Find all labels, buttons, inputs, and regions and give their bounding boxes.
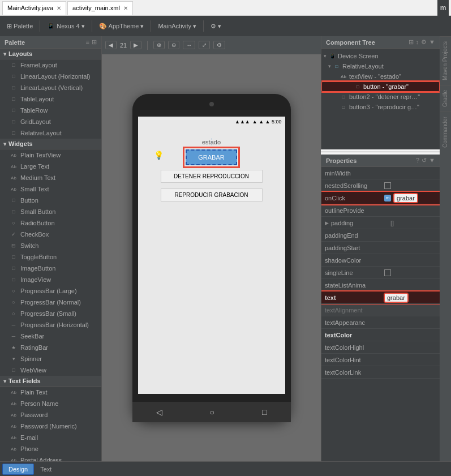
props-undo-icon[interactable]: ↺ — [422, 157, 427, 164]
prop-text[interactable]: text grabar — [321, 291, 440, 304]
api-fwd-btn[interactable]: ▶ — [130, 41, 141, 49]
palette-item-imagebutton[interactable]: □ImageButton — [0, 263, 101, 274]
palette-item-gridlayout[interactable]: □GridLayout — [0, 116, 101, 127]
tree-filter-icon[interactable]: ▼ — [429, 38, 435, 46]
recents-nav-icon[interactable]: □ — [262, 408, 267, 417]
prop-outlineprovide[interactable]: outlineProvide — [321, 204, 440, 217]
grabar-button[interactable]: GRABAR — [186, 149, 237, 165]
palette-item-email[interactable]: AbE-mail — [0, 432, 101, 443]
palette-item-large-text[interactable]: AbLarge Text — [0, 161, 101, 172]
app-theme-btn[interactable]: 🎨 AppTheme ▾ — [96, 22, 148, 31]
palette-item-tablerow[interactable]: □TableRow — [0, 105, 101, 116]
onclick-value-text[interactable]: grabar — [394, 194, 418, 203]
prop-singleline[interactable]: singleLine — [321, 267, 440, 279]
prop-statelistanima[interactable]: stateListAnima — [321, 279, 440, 291]
tab-main-activity[interactable]: MainActivity.java ✕ — [2, 1, 66, 15]
detener-button[interactable]: DETENER REPRODUCCION — [161, 170, 263, 183]
zoom-in-btn[interactable]: ⊕ — [153, 41, 165, 49]
design-canvas[interactable]: ▲▲▲ ▲ ▲ ▲ 5:00 estado 💡 GRABAR — [102, 54, 321, 461]
tree-settings-icon[interactable]: ⚙ — [421, 38, 427, 46]
fullscreen-btn[interactable]: ⤢ — [199, 41, 210, 49]
palette-item-plain-text[interactable]: AbPlain Text — [0, 387, 101, 398]
main-activity-btn[interactable]: MainActivity ▾ — [154, 22, 200, 31]
prop-textcolorlink[interactable]: textColorLink — [321, 366, 440, 379]
palette-item-progressbar-normal[interactable]: ○ProgressBar (Normal) — [0, 297, 101, 308]
tree-expand-icon[interactable]: ⊞ — [409, 38, 414, 46]
prop-textcolorhighl[interactable]: textColorHighl — [321, 341, 440, 354]
text-value-display[interactable]: grabar — [384, 293, 408, 302]
palette-item-progressbar-h[interactable]: ─ProgressBar (Horizontal) — [0, 319, 101, 331]
palette-item-checkbox[interactable]: ✓CheckBox — [0, 229, 101, 240]
palette-list-icon[interactable]: ≡ — [86, 38, 89, 46]
prop-text-value[interactable]: grabar — [384, 293, 436, 302]
palette-item-postal-address[interactable]: AbPostal Address — [0, 454, 101, 461]
prop-nestedscrolling-value[interactable] — [384, 182, 436, 189]
zoom-out-btn[interactable]: ⊖ — [168, 41, 179, 49]
prop-minwidth[interactable]: minWidth — [321, 167, 440, 179]
palette-item-linearlayout-h[interactable]: □LinearLayout (Horizontal) — [0, 71, 101, 82]
settings-btn[interactable]: ⚙ ▾ — [207, 22, 225, 31]
tree-button-grabar[interactable]: ▾ □ button - "grabar" — [321, 82, 440, 92]
tree-button2[interactable]: ▾ □ button2 - "detener repr…" — [321, 92, 440, 102]
right-tab-commander[interactable]: Commander — [440, 112, 451, 152]
prop-textcolorhint[interactable]: textColorHint — [321, 354, 440, 366]
group-text-fields-header[interactable]: Text Fields — [0, 376, 101, 387]
props-help-icon[interactable]: ? — [416, 157, 419, 164]
palette-item-spinner[interactable]: ▾Spinner — [0, 353, 101, 364]
prop-paddingend[interactable]: paddingEnd — [321, 229, 440, 242]
palette-item-switch[interactable]: ⊟Switch — [0, 240, 101, 251]
prop-padding-value[interactable]: [] — [390, 220, 436, 226]
palette-item-medium-text[interactable]: AbMedium Text — [0, 172, 101, 183]
tab-main-activity-close[interactable]: ✕ — [57, 5, 61, 11]
props-filter-icon[interactable]: ▼ — [429, 157, 435, 164]
prop-shadowcolor[interactable]: shadowColor — [321, 254, 440, 267]
palette-item-imageview[interactable]: □ImageView — [0, 274, 101, 285]
back-nav-icon[interactable]: ◁ — [156, 408, 162, 417]
palette-item-tablelayout[interactable]: □TableLayout — [0, 93, 101, 105]
tree-relativelayout[interactable]: ▾ □ RelativeLayout — [321, 61, 440, 71]
palette-item-radiobutton[interactable]: ○RadioButton — [0, 217, 101, 229]
right-tab-gradle[interactable]: Gradle — [440, 85, 451, 112]
prop-singleline-value[interactable] — [384, 269, 436, 276]
fit-btn[interactable]: ↔ — [183, 41, 195, 49]
palette-item-phone[interactable]: AbPhone — [0, 443, 101, 454]
palette-item-small-button[interactable]: □Small Button — [0, 206, 101, 217]
tree-textview[interactable]: ▾ Ab textView - "estado" — [321, 71, 440, 82]
palette-item-progressbar-small[interactable]: ○ProgressBar (Small) — [0, 308, 101, 319]
prop-onclick-value[interactable]: m grabar — [384, 194, 436, 203]
right-tab-maven[interactable]: Maven Projects — [440, 36, 451, 85]
singleline-checkbox[interactable] — [384, 269, 391, 276]
reproducir-button[interactable]: REPRODUCIR GRABACION — [161, 188, 263, 201]
palette-item-webview[interactable]: □WebView — [0, 364, 101, 376]
palette-item-small-text[interactable]: AbSmall Text — [0, 183, 101, 195]
palette-item-framelayout[interactable]: □FrameLayout — [0, 59, 101, 71]
prop-textcolor[interactable]: textColor — [321, 329, 440, 341]
palette-item-seekbar[interactable]: ─SeekBar — [0, 331, 101, 342]
palette-item-relativelayout[interactable]: □RelativeLayout — [0, 127, 101, 139]
palette-item-button[interactable]: □Button — [0, 195, 101, 206]
tree-device-screen[interactable]: ▾ 📱 Device Screen — [321, 51, 440, 61]
nestedscrolling-checkbox[interactable] — [384, 182, 391, 189]
prop-onclick[interactable]: onClick m grabar — [321, 192, 440, 204]
tab-activity-main-xml[interactable]: activity_main.xml ✕ — [67, 1, 133, 15]
palette-item-password[interactable]: AbPassword — [0, 409, 101, 421]
prop-paddingstart[interactable]: paddingStart — [321, 242, 440, 254]
tree-collapse-icon[interactable]: ↕ — [416, 38, 419, 46]
device-selector[interactable]: 📱 Nexus 4 ▾ — [44, 22, 88, 31]
render-settings-btn[interactable]: ⚙ — [213, 41, 225, 49]
group-layouts-header[interactable]: Layouts — [0, 49, 101, 59]
tree-button3[interactable]: ▾ □ button3 - "reproducir g…" — [321, 102, 440, 112]
palette-grid-icon[interactable]: ⊞ — [92, 38, 97, 46]
tab-activity-main-xml-close[interactable]: ✕ — [123, 5, 128, 11]
palette-item-plain-textview[interactable]: AbPlain TextView — [0, 149, 101, 161]
palette-btn[interactable]: ⊞ Palette — [3, 22, 36, 31]
palette-item-progressbar-large[interactable]: ○ProgressBar (Large) — [0, 285, 101, 297]
group-widgets-header[interactable]: Widgets — [0, 139, 101, 149]
palette-item-ratingbar[interactable]: ★RatingBar — [0, 342, 101, 353]
palette-item-person-name[interactable]: AbPerson Name — [0, 398, 101, 409]
tab-design[interactable]: Design — [2, 464, 34, 475]
palette-item-togglebutton[interactable]: □ToggleButton — [0, 251, 101, 263]
prop-textappearanc[interactable]: textAppearanc — [321, 316, 440, 329]
prop-padding-expand-icon[interactable]: ▶ — [325, 220, 329, 226]
tab-text[interactable]: Text — [34, 464, 58, 475]
